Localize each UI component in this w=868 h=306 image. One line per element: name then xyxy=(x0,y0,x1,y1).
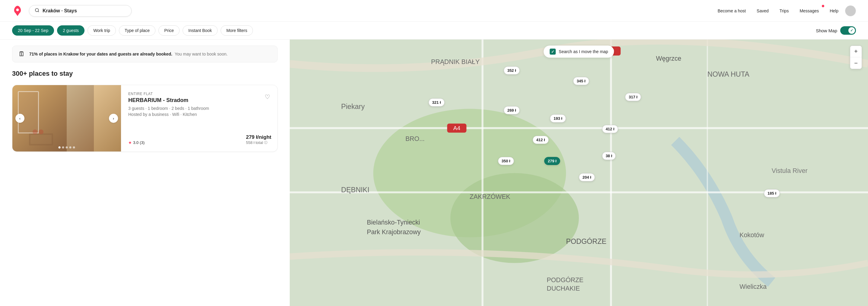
listing-info: ♡ ENTIRE FLAT HERBARIUM - Stradom 3 gues… xyxy=(128,85,277,152)
svg-text:PODGÓRZE: PODGÓRZE xyxy=(566,238,606,245)
price-pin-p12[interactable]: 204 ł xyxy=(579,173,595,181)
user-avatar[interactable] xyxy=(845,5,856,16)
listing-details: 3 guests · 1 bedroom · 2 beds · 1 bathro… xyxy=(128,106,271,111)
svg-text:PRĄDNIK BIAŁY: PRĄDNIK BIAŁY xyxy=(431,58,479,65)
type-of-place-filter-button[interactable]: Type of place xyxy=(119,25,155,36)
search-bar[interactable]: Kraków · Stays xyxy=(29,5,132,17)
price-filter-button[interactable]: Price xyxy=(158,25,180,36)
search-as-move-label: Search as I move the map xyxy=(559,49,608,54)
map-zoom-out-button[interactable]: − xyxy=(850,57,862,69)
svg-point-0 xyxy=(35,8,39,12)
svg-text:NOWA HUTA: NOWA HUTA xyxy=(707,70,750,78)
show-map-toggle-area: Show Map ✓ xyxy=(816,26,856,35)
price-pin-p6[interactable]: 317 ł xyxy=(625,93,641,101)
svg-point-5 xyxy=(39,129,43,134)
listing-rating: ★ 3.0 (3) xyxy=(128,140,145,145)
svg-rect-3 xyxy=(30,135,52,144)
svg-text:Park Krajobrazowy: Park Krajobrazowy xyxy=(367,228,421,236)
price-pin-p10[interactable]: 38 ł xyxy=(602,152,616,160)
notice-main-text: 71% of places in Krakow for your dates a… xyxy=(29,52,174,56)
svg-text:Kokotów: Kokotów xyxy=(739,232,764,239)
notice-bar: 🗓 71% of places in Krakow for your dates… xyxy=(12,45,278,62)
svg-line-1 xyxy=(38,11,39,12)
price-pin-p9[interactable]: 279 ł xyxy=(544,157,560,165)
listing-next-button[interactable]: › xyxy=(109,114,118,123)
listing-card: ‹ › ♡ ENTIRE FLAT HERBARIUM - Stradom 3 … xyxy=(12,85,278,152)
price-pin-p4[interactable]: 269 ł xyxy=(504,106,520,114)
price-total: 558 ł total ⓘ xyxy=(246,140,271,145)
rating-count: (3) xyxy=(140,140,145,145)
svg-text:Węgrzce: Węgrzce xyxy=(656,55,681,62)
star-icon: ★ xyxy=(128,140,132,145)
messages-notification-dot xyxy=(822,5,824,7)
notice-sub-text: You may want to book soon. xyxy=(175,52,227,56)
svg-text:PODGÓRZE: PODGÓRZE xyxy=(547,276,584,284)
svg-text:A4: A4 xyxy=(453,125,461,131)
svg-text:Bielańsko-Tyniecki: Bielańsko-Tyniecki xyxy=(367,219,420,226)
map-panel: A4 79 Piekary DĘBNIKI PRĄDNIK BIAŁY BRO.… xyxy=(290,39,868,306)
price-pin-p5[interactable]: 193 ł xyxy=(550,114,566,123)
price-pin-p3[interactable]: 345 ł xyxy=(573,77,589,85)
listing-name[interactable]: HERBARIUM - Stradom xyxy=(128,97,271,103)
show-map-toggle[interactable]: ✓ xyxy=(840,26,856,35)
trips-link[interactable]: Trips xyxy=(775,5,793,16)
header: Kraków · Stays Become a host Saved Trips… xyxy=(0,0,868,22)
airbnb-logo[interactable] xyxy=(12,5,23,16)
header-left: Kraków · Stays xyxy=(12,5,132,17)
price-per-night: 279 ł/night xyxy=(246,134,271,140)
guests-filter-button[interactable]: 2 guests xyxy=(57,25,85,36)
svg-text:Vistula River: Vistula River xyxy=(772,167,808,175)
image-dot-5 xyxy=(73,146,75,149)
notice-icon: 🗓 xyxy=(19,50,25,58)
image-dot-3 xyxy=(66,146,68,149)
svg-text:Wieliczka: Wieliczka xyxy=(739,283,767,290)
help-link[interactable]: Help xyxy=(826,5,843,16)
image-dot-2 xyxy=(62,146,64,149)
search-as-move-checkbox[interactable]: ✓ xyxy=(550,49,556,55)
image-dot-1 xyxy=(59,146,61,149)
image-dots xyxy=(59,146,75,149)
svg-text:ZAKRZÓWEK: ZAKRZÓWEK xyxy=(470,193,510,201)
price-pin-p1[interactable]: 352 ł xyxy=(504,66,520,74)
map-controls: + − xyxy=(850,45,862,69)
price-pin-p13[interactable]: 185 ł xyxy=(764,189,780,197)
search-as-move-control[interactable]: ✓ Search as I move the map xyxy=(544,45,614,58)
svg-text:BRO...: BRO... xyxy=(405,135,425,143)
price-pin-p11[interactable]: 350 ł xyxy=(498,157,514,165)
price-pin-p2[interactable]: 321 ł xyxy=(429,98,444,106)
saved-link[interactable]: Saved xyxy=(752,5,773,16)
filter-bar: 20 Sep - 22 Sep 2 guests Work trip Type … xyxy=(0,22,868,39)
results-title: 300+ places to stay xyxy=(12,70,278,78)
door-decoration xyxy=(18,91,39,133)
toggle-thumb: ✓ xyxy=(848,27,855,34)
work-trip-filter-button[interactable]: Work trip xyxy=(88,25,116,36)
search-icon xyxy=(35,8,39,14)
listing-images: ‹ › xyxy=(12,85,121,152)
notice-text-block: 71% of places in Krakow for your dates a… xyxy=(29,52,227,56)
listing-type: ENTIRE FLAT xyxy=(128,92,271,96)
left-panel: 🗓 71% of places in Krakow for your dates… xyxy=(0,39,290,306)
price-pin-p7[interactable]: 412 ł xyxy=(533,136,549,144)
listing-footer: ★ 3.0 (3) 279 ł/night 558 ł total ⓘ xyxy=(128,134,271,145)
wishlist-button[interactable]: ♡ xyxy=(262,92,273,102)
instant-book-filter-button[interactable]: Instant Book xyxy=(183,25,218,36)
date-filter-button[interactable]: 20 Sep - 22 Sep xyxy=(12,25,54,36)
search-bar-text: Kraków · Stays xyxy=(42,8,77,13)
image-dot-4 xyxy=(69,146,71,149)
svg-text:Piekary: Piekary xyxy=(341,102,365,111)
svg-text:DUCHAKIE: DUCHAKIE xyxy=(547,285,580,292)
rating-value: 3.0 xyxy=(133,140,138,145)
map-zoom-in-button[interactable]: + xyxy=(850,46,862,57)
show-map-label: Show Map xyxy=(816,28,837,33)
price-block: 279 ł/night 558 ł total ⓘ xyxy=(246,134,271,145)
more-filters-button[interactable]: More filters xyxy=(221,25,253,36)
price-info-icon[interactable]: ⓘ xyxy=(264,140,268,145)
listing-prev-button[interactable]: ‹ xyxy=(16,114,25,123)
messages-link[interactable]: Messages xyxy=(795,5,823,16)
listing-amenities: Hosted by a business · Wifi · Kitchen xyxy=(128,112,271,117)
svg-point-8 xyxy=(450,173,579,263)
main-content: 🗓 71% of places in Krakow for your dates… xyxy=(0,39,868,306)
price-pin-p8[interactable]: 412 ł xyxy=(602,125,618,133)
listing-image-2 xyxy=(67,85,94,152)
become-host-link[interactable]: Become a host xyxy=(713,5,750,16)
